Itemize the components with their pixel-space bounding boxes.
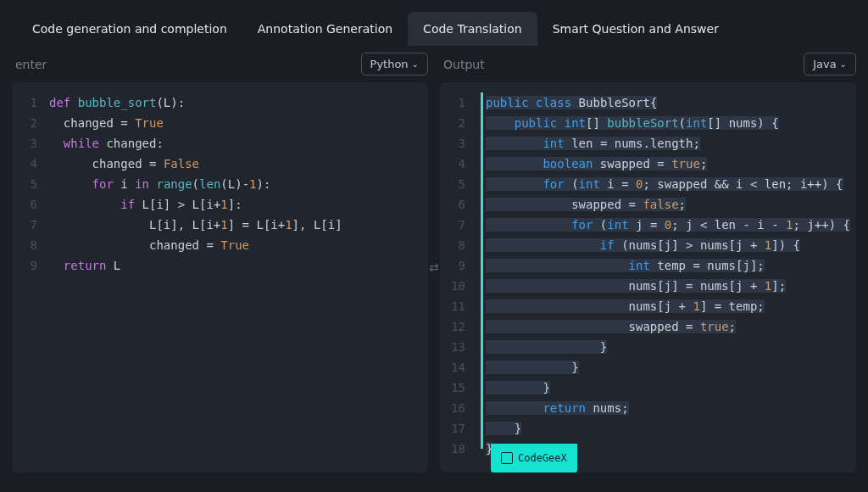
code-line: 14 }	[440, 357, 856, 377]
gutter-number: 15	[440, 377, 477, 398]
gutter-number: 2	[12, 113, 49, 133]
gutter-number: 5	[440, 174, 477, 194]
code-content: }	[477, 337, 856, 357]
code-line: 8 if (nums[j] > nums[j + 1]) {	[440, 235, 856, 255]
codegeex-badge: CodeGeeX	[491, 444, 577, 472]
code-line: 13 }	[440, 337, 856, 357]
code-content: boolean swapped = true;	[477, 154, 856, 174]
code-line: 6 swapped = false;	[440, 194, 856, 215]
code-line: 16 return nums;	[440, 398, 856, 418]
chevron-down-icon: ⌄	[840, 59, 847, 69]
output-change-bar	[481, 92, 483, 449]
code-line: 5 for i in range(len(L)-1):	[12, 174, 428, 194]
code-line: 3 while changed:	[12, 133, 428, 154]
input-lang-select[interactable]: Python ⌄	[361, 53, 428, 75]
code-line: 10 nums[j] = nums[j + 1];	[440, 276, 856, 296]
tab-2[interactable]: Code Translation	[408, 12, 537, 46]
gutter-number: 2	[440, 113, 477, 133]
code-line: 6 if L[i] > L[i+1]:	[12, 194, 428, 215]
gutter-number: 18	[440, 439, 477, 459]
output-code-editor[interactable]: CodeGeeX 1public class BubbleSort{2 publ…	[440, 82, 856, 472]
gutter-number: 8	[12, 235, 49, 255]
code-content: }	[477, 357, 856, 377]
code-content: int len = nums.length;	[477, 133, 856, 154]
code-content: while changed:	[49, 133, 428, 154]
gutter-number: 11	[440, 296, 477, 316]
tab-3[interactable]: Smart Question and Answer	[537, 12, 734, 46]
code-content: }	[477, 418, 856, 439]
input-code-editor[interactable]: 1def bubble_sort(L):2 changed = True3 wh…	[12, 82, 428, 472]
gutter-number: 13	[440, 337, 477, 357]
gutter-number: 14	[440, 357, 477, 377]
code-line: 7 for (int j = 0; j < len - i - 1; j++) …	[440, 215, 856, 235]
input-label: enter	[12, 58, 47, 71]
code-content: changed = True	[49, 113, 428, 133]
code-line: 11 nums[j + 1] = temp;	[440, 296, 856, 316]
swap-icon[interactable]: ⇄	[429, 260, 439, 274]
code-line: 15 }	[440, 377, 856, 398]
code-content: if L[i] > L[i+1]:	[49, 194, 428, 215]
gutter-number: 12	[440, 316, 477, 337]
code-content: nums[j] = nums[j + 1];	[477, 276, 856, 296]
code-line: 4 boolean swapped = true;	[440, 154, 856, 174]
gutter-number: 16	[440, 398, 477, 418]
controls-row: enter Python ⌄ Output Java ⌄	[0, 46, 868, 82]
gutter-number: 3	[440, 133, 477, 154]
code-line: 3 int len = nums.length;	[440, 133, 856, 154]
code-content: int temp = nums[j];	[477, 255, 856, 276]
gutter-number: 1	[12, 92, 49, 113]
code-line: 9 return L	[12, 255, 428, 276]
gutter-number: 6	[12, 194, 49, 215]
output-lang-select[interactable]: Java ⌄	[804, 53, 856, 75]
code-line: 17 }	[440, 418, 856, 439]
gutter-number: 10	[440, 276, 477, 296]
code-line: 1def bubble_sort(L):	[12, 92, 428, 113]
output-lang-value: Java	[813, 58, 836, 70]
code-content: public int[] bubbleSort(int[] nums) {	[477, 113, 856, 133]
tab-0[interactable]: Code generation and completion	[17, 12, 242, 46]
gutter-number: 3	[12, 133, 49, 154]
code-line: 9 int temp = nums[j];	[440, 255, 856, 276]
gutter-number: 7	[12, 215, 49, 235]
code-content: if (nums[j] > nums[j + 1]) {	[477, 235, 856, 255]
code-content: for i in range(len(L)-1):	[49, 174, 428, 194]
gutter-number: 4	[440, 154, 477, 174]
code-content: swapped = false;	[477, 194, 856, 215]
code-line: 5 for (int i = 0; swapped && i < len; i+…	[440, 174, 856, 194]
editor-panes: 1def bubble_sort(L):2 changed = True3 wh…	[0, 82, 868, 484]
code-content: nums[j + 1] = temp;	[477, 296, 856, 316]
gutter-number: 4	[12, 154, 49, 174]
gutter-number: 17	[440, 418, 477, 439]
tabs-bar: Code generation and completionAnnotation…	[0, 0, 868, 46]
code-content: for (int i = 0; swapped && i < len; i++)…	[477, 174, 856, 194]
code-content: return L	[49, 255, 428, 276]
code-line: 8 changed = True	[12, 235, 428, 255]
code-content: def bubble_sort(L):	[49, 92, 428, 113]
code-content: public class BubbleSort{	[477, 92, 856, 113]
code-content: changed = False	[49, 154, 428, 174]
input-lang-value: Python	[370, 58, 409, 70]
output-label: Output	[440, 58, 485, 71]
code-content: }	[477, 377, 856, 398]
gutter-number: 1	[440, 92, 477, 113]
code-line: 12 swapped = true;	[440, 316, 856, 337]
code-content: changed = True	[49, 235, 428, 255]
code-line: 2 public int[] bubbleSort(int[] nums) {	[440, 113, 856, 133]
gutter-number: 6	[440, 194, 477, 215]
code-content: swapped = true;	[477, 316, 856, 337]
gutter-number: 7	[440, 215, 477, 235]
tab-1[interactable]: Annotation Generation	[242, 12, 408, 46]
gutter-number: 8	[440, 235, 477, 255]
chevron-down-icon: ⌄	[412, 59, 419, 69]
code-content: return nums;	[477, 398, 856, 418]
code-line: 1public class BubbleSort{	[440, 92, 856, 113]
code-line: 4 changed = False	[12, 154, 428, 174]
code-content: L[i], L[i+1] = L[i+1], L[i]	[49, 215, 428, 235]
code-line: 2 changed = True	[12, 113, 428, 133]
code-content: for (int j = 0; j < len - i - 1; j++) {	[477, 215, 856, 235]
gutter-number: 9	[12, 255, 49, 276]
code-line: 7 L[i], L[i+1] = L[i+1], L[i]	[12, 215, 428, 235]
gutter-number: 9	[440, 255, 477, 276]
gutter-number: 5	[12, 174, 49, 194]
